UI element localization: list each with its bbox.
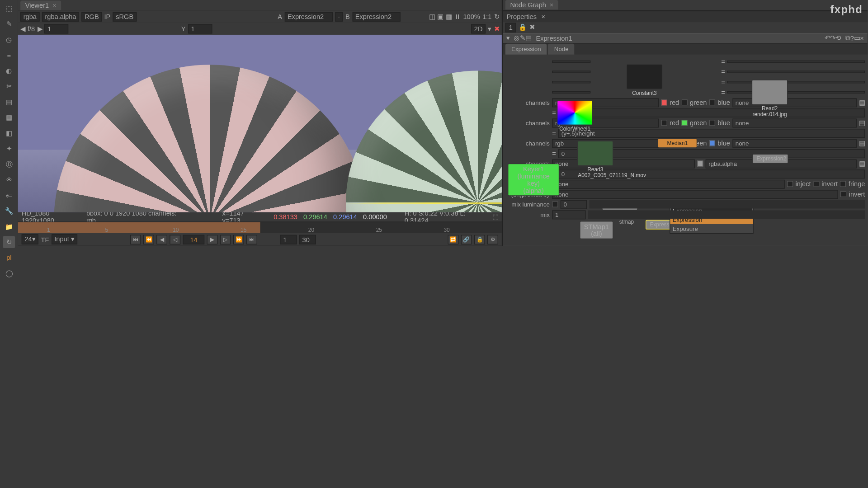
- tool-spark[interactable]: ✦: [3, 143, 15, 155]
- help-icon[interactable]: ?: [850, 35, 854, 42]
- fstop-value[interactable]: 1: [44, 24, 68, 33]
- var-name-3[interactable]: [552, 81, 590, 84]
- pause-icon[interactable]: ⏸: [454, 13, 461, 20]
- extra-channel-2[interactable]: none: [732, 118, 857, 127]
- tool-grid[interactable]: ▦: [3, 112, 15, 124]
- node-icon[interactable]: ▤: [525, 34, 531, 42]
- tool-knife[interactable]: ✂: [3, 80, 15, 93]
- close-icon[interactable]: ×: [52, 2, 57, 9]
- invert-checkbox[interactable]: [813, 181, 819, 187]
- prev-key-button[interactable]: ⏪: [143, 235, 154, 244]
- tool-lines[interactable]: ≡: [3, 49, 15, 61]
- node-expression2[interactable]: Expression2: [752, 154, 788, 164]
- play-back-button[interactable]: ◁: [170, 235, 181, 244]
- expr-field-1[interactable]: (x+.5)/width: [558, 108, 865, 117]
- var-val-1[interactable]: [727, 61, 865, 63]
- clip-icon[interactable]: ◫: [429, 13, 435, 21]
- channel-select-1[interactable]: rgba: [20, 12, 39, 22]
- sample-icon[interactable]: ⬚: [492, 213, 498, 221]
- tool-eye[interactable]: 👁: [3, 174, 15, 186]
- tool-folder[interactable]: 📁: [3, 221, 15, 233]
- float-icon[interactable]: ⧉: [845, 34, 850, 42]
- a-input-select[interactable]: Expression2: [284, 12, 332, 22]
- var-name-4[interactable]: [552, 91, 590, 94]
- fps-select[interactable]: 24▾: [22, 234, 38, 244]
- blue-checkbox[interactable]: [709, 120, 715, 126]
- var-val-4[interactable]: [727, 91, 865, 94]
- input-select[interactable]: Input ▾: [52, 234, 78, 244]
- y-value[interactable]: 1: [188, 24, 212, 33]
- pixel-ratio[interactable]: 1:1: [482, 13, 491, 20]
- mix-value[interactable]: 1: [552, 210, 585, 219]
- expand-icon[interactable]: ▾: [506, 34, 510, 42]
- blue-checkbox[interactable]: [709, 100, 715, 106]
- node-colorwheel1[interactable]: ColorWheel1: [557, 100, 593, 125]
- green-checkbox[interactable]: [682, 120, 688, 126]
- tool-clock[interactable]: ◷: [3, 33, 15, 46]
- play-fwd-button[interactable]: ▶: [207, 235, 218, 244]
- extra-channel-3[interactable]: none: [732, 139, 857, 148]
- menu-item-exposure[interactable]: Exposure: [670, 224, 753, 233]
- viewer-mode[interactable]: 2D: [471, 24, 486, 33]
- close-icon[interactable]: ×: [550, 1, 554, 9]
- proxy-icon[interactable]: ▦: [446, 13, 452, 21]
- tool-refresh[interactable]: ↻: [3, 236, 15, 248]
- next-key-button[interactable]: ⏩: [233, 235, 244, 244]
- var-name-2[interactable]: [552, 71, 590, 73]
- tool-sphere[interactable]: ◐: [3, 65, 15, 77]
- node-stmap1[interactable]: STMap1(all): [580, 221, 613, 239]
- redo-icon[interactable]: ↷: [830, 34, 835, 42]
- extra-channel-1[interactable]: none: [732, 98, 857, 107]
- node-search-menu[interactable]: Expression Exposure: [670, 206, 754, 234]
- node-center-icon[interactable]: ◎: [514, 34, 519, 42]
- tool-circle[interactable]: ◯: [3, 267, 15, 279]
- red-checkbox[interactable]: [661, 120, 667, 126]
- channel-select-2[interactable]: rgba.alpha: [42, 12, 79, 22]
- node-median1[interactable]: Median1: [658, 138, 698, 148]
- unpremult-select[interactable]: none: [552, 190, 838, 199]
- tool-select[interactable]: ⬚: [3, 2, 15, 14]
- menu-icon[interactable]: ▤: [859, 140, 865, 147]
- var-val-3[interactable]: [727, 81, 865, 84]
- mixlum-x[interactable]: [552, 202, 558, 207]
- range-end[interactable]: 30: [299, 235, 316, 244]
- var-val-2[interactable]: [727, 71, 865, 73]
- next-icon[interactable]: ▶: [38, 25, 42, 33]
- tool-d[interactable]: Ⓓ: [3, 158, 15, 170]
- viewport[interactable]: [18, 35, 502, 212]
- menu-icon[interactable]: ▤: [859, 99, 865, 107]
- prev-frame-button[interactable]: ◀: [156, 235, 167, 244]
- b-input-select[interactable]: Expression2: [352, 12, 400, 22]
- first-frame-button[interactable]: ⏮: [130, 235, 141, 244]
- prev-icon[interactable]: ◀: [20, 25, 25, 33]
- var-name-1[interactable]: [552, 61, 590, 63]
- close-props-icon[interactable]: ×: [860, 35, 864, 42]
- mask-select[interactable]: none: [552, 180, 784, 189]
- expr-field-2[interactable]: (y+.5)/height: [558, 129, 865, 138]
- menu-icon[interactable]: ▤: [859, 160, 865, 168]
- tab-expression[interactable]: Expression: [505, 44, 547, 55]
- undo-icon[interactable]: ↶: [825, 34, 830, 42]
- wipe-select[interactable]: -: [335, 12, 343, 22]
- revert-icon[interactable]: ⟲: [835, 34, 841, 42]
- menu-icon[interactable]: ▤: [859, 119, 865, 127]
- mix-slider[interactable]: [588, 211, 865, 219]
- menu-icon[interactable]: ▾: [488, 25, 491, 33]
- fringe-checkbox[interactable]: [840, 181, 846, 187]
- min-icon[interactable]: ▭: [854, 34, 860, 42]
- inject-checkbox[interactable]: [787, 181, 793, 187]
- tool-tag[interactable]: 🏷: [3, 189, 15, 202]
- node-read3[interactable]: Read3A002_C005_071119_N.mov: [577, 141, 613, 166]
- roi-icon[interactable]: ▣: [437, 13, 443, 21]
- range-start[interactable]: 1: [280, 235, 297, 244]
- lock-button[interactable]: 🔒: [474, 235, 485, 244]
- playhead-range[interactable]: [18, 222, 260, 233]
- tool-pl[interactable]: pl: [3, 252, 15, 264]
- alpha-checkbox[interactable]: [697, 161, 703, 167]
- rgb-select[interactable]: RGB: [81, 12, 102, 22]
- node-constant3[interactable]: Constant3: [627, 64, 663, 89]
- tool-layers[interactable]: ▤: [3, 96, 15, 108]
- refresh-icon[interactable]: ↻: [494, 13, 500, 21]
- loop-button[interactable]: 🔁: [448, 235, 459, 244]
- mixlum-slider[interactable]: [589, 200, 865, 209]
